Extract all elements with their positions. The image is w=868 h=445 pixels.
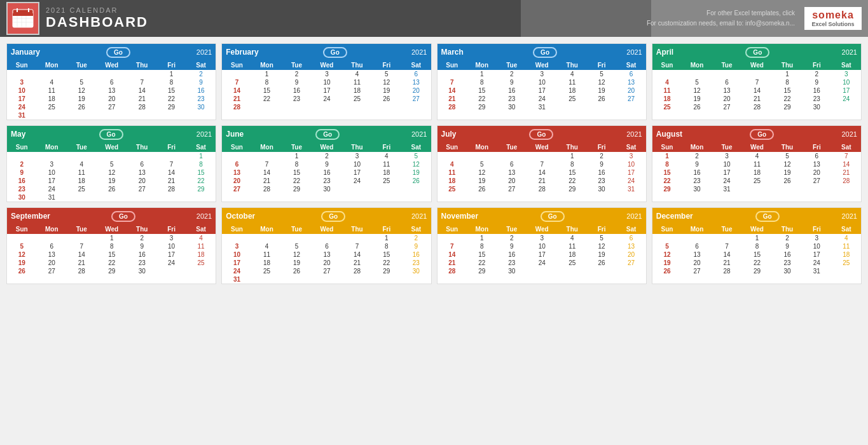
cal-day-cell: 9 [682, 160, 712, 168]
cal-day-cell [312, 103, 343, 111]
cal-day-cell: 10 [527, 242, 558, 250]
cal-sunday-cell: 4 [437, 160, 467, 168]
cal-day-cell: 21 [527, 177, 558, 185]
cal-day-cell: 3 [342, 152, 371, 160]
cal-saturday-cell: 10 [616, 160, 645, 168]
go-button-april[interactable]: Go [745, 47, 769, 58]
cal-day-cell: 16 [312, 168, 343, 177]
go-button-may[interactable]: Go [99, 129, 123, 140]
cal-day-cell: 28 [712, 267, 741, 275]
cal-day-cell: 28 [67, 267, 96, 275]
cal-day-cell: 21 [252, 177, 282, 185]
cal-day-cell: 15 [252, 86, 282, 95]
go-button-july[interactable]: Go [529, 129, 553, 140]
cal-day-cell: 21 [156, 177, 186, 185]
col-header-sat: Sat [832, 224, 861, 234]
cal-day-cell: 4 [252, 242, 282, 250]
col-header-tue: Tue [282, 224, 311, 234]
cal-day-cell [252, 234, 282, 242]
go-button-march[interactable]: Go [533, 47, 557, 58]
cal-header-june: JuneGo2021 [222, 126, 431, 142]
go-button-october[interactable]: Go [321, 211, 345, 222]
col-header-sun: Sun [437, 224, 467, 234]
cal-sunday-cell: 10 [7, 86, 36, 95]
col-header-sun: Sun [652, 60, 682, 70]
cal-day-cell [587, 103, 616, 111]
cal-day-cell: 3 [802, 234, 831, 242]
cal-day-cell: 15 [372, 250, 401, 259]
go-button-february[interactable]: Go [323, 47, 347, 58]
cal-sunday-cell: 21 [437, 95, 467, 103]
go-button-january[interactable]: Go [106, 47, 130, 58]
cal-day-cell: 9 [127, 242, 156, 250]
cal-day-cell: 10 [527, 78, 558, 86]
cal-day-cell [467, 152, 497, 160]
cal-day-cell: 2 [497, 70, 527, 78]
cal-day-cell: 24 [712, 177, 741, 185]
col-header-sat: Sat [401, 60, 431, 70]
go-button-september[interactable]: Go [111, 211, 135, 222]
col-header-thu: Thu [127, 142, 156, 152]
col-header-fri: Fri [802, 142, 831, 152]
col-header-thu: Thu [127, 60, 156, 70]
cal-sunday-cell: 18 [437, 177, 467, 185]
cal-day-cell: 21 [67, 259, 96, 267]
someka-logo: someka Excel Solutions [804, 7, 862, 30]
cal-day-cell: 14 [252, 168, 282, 177]
col-header-fri: Fri [802, 60, 831, 70]
go-button-june[interactable]: Go [315, 129, 340, 140]
cal-sunday-cell: 29 [652, 185, 682, 193]
cal-day-cell [96, 193, 127, 202]
header: 2021 CALENDAR DASHBOARD For other Excel … [0, 0, 868, 37]
cal-day-cell: 4 [558, 234, 587, 242]
cal-saturday-cell: 18 [186, 250, 216, 259]
cal-day-cell: 17 [527, 86, 558, 95]
cal-day-cell: 23 [127, 259, 156, 267]
col-header-fri: Fri [372, 224, 401, 234]
cal-day-cell: 14 [741, 86, 773, 95]
cal-sunday-cell: 20 [222, 177, 251, 185]
svg-rect-2 [13, 13, 33, 16]
cal-day-cell: 30 [312, 185, 343, 193]
cal-day-cell [401, 185, 431, 193]
cal-day-cell [222, 234, 251, 242]
col-header-sat: Sat [401, 224, 431, 234]
cal-day-cell [222, 70, 251, 78]
col-header-thu: Thu [558, 224, 587, 234]
cal-day-cell: 13 [712, 86, 741, 95]
cal-day-cell [127, 70, 156, 78]
cal-saturday-cell: 5 [401, 152, 431, 160]
cal-sunday-cell: 8 [652, 160, 682, 168]
cal-saturday-cell: 6 [616, 70, 645, 78]
cal-month-title: March [441, 48, 464, 57]
cal-day-cell [282, 103, 311, 111]
cal-day-cell [558, 267, 587, 275]
cal-sunday-cell: 19 [7, 259, 36, 267]
col-header-sun: Sun [652, 224, 682, 234]
cal-header-december: DecemberGo2021 [652, 208, 861, 224]
col-header-thu: Thu [773, 224, 802, 234]
cal-day-cell: 8 [156, 78, 186, 86]
cal-day-cell: 15 [467, 250, 497, 259]
cal-sunday-cell: 11 [437, 168, 467, 177]
cal-day-cell: 18 [372, 168, 401, 177]
cal-day-cell [682, 234, 712, 242]
cal-year: 2021 [196, 130, 212, 138]
cal-saturday-cell: 3 [832, 70, 861, 78]
go-button-november[interactable]: Go [541, 211, 565, 222]
cal-day-cell: 26 [587, 259, 616, 267]
cal-saturday-cell: 4 [832, 234, 861, 242]
go-button-december[interactable]: Go [755, 211, 780, 222]
cal-day-cell: 20 [712, 95, 741, 103]
cal-day-cell: 14 [712, 250, 741, 259]
col-header-sun: Sun [7, 142, 36, 152]
cal-sunday-cell: 19 [652, 259, 682, 267]
cal-day-cell [712, 234, 741, 242]
cal-day-cell [7, 152, 36, 160]
cal-saturday-cell: 3 [616, 152, 645, 160]
cal-day-cell: 18 [342, 86, 371, 95]
cal-day-cell: 22 [741, 259, 773, 267]
go-button-august[interactable]: Go [750, 129, 774, 140]
cal-day-cell: 8 [282, 160, 311, 168]
cal-header-november: NovemberGo2021 [437, 208, 646, 224]
